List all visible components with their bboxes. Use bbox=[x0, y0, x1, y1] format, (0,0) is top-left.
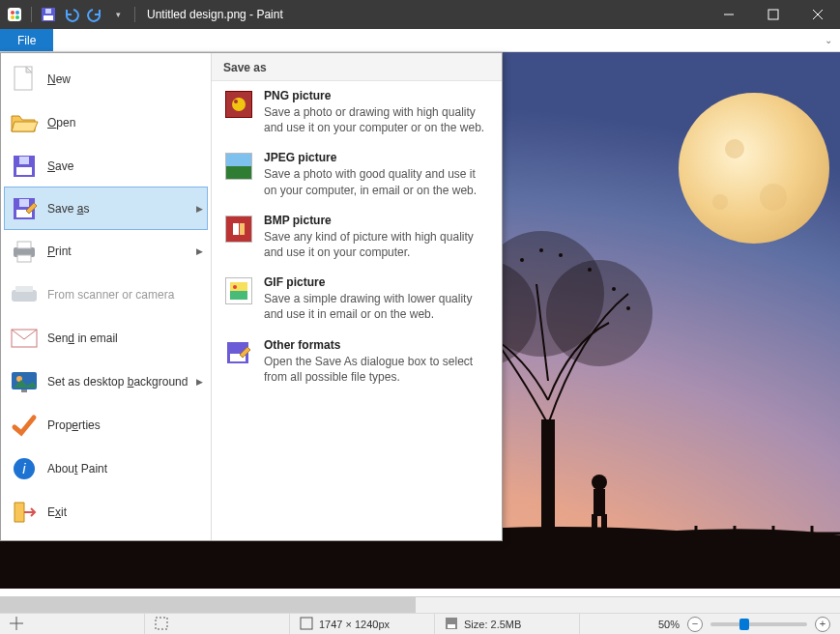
svg-rect-31 bbox=[594, 489, 605, 516]
file-menu-save-as[interactable]: Save as ▶ bbox=[4, 187, 208, 230]
file-menu-exit[interactable]: Exit bbox=[1, 490, 211, 533]
status-filesize: Size: 2.5MB bbox=[435, 614, 580, 634]
horizontal-scrollbar[interactable] bbox=[0, 596, 840, 613]
status-dimensions: 1747 × 1240px bbox=[290, 614, 435, 634]
zoom-slider[interactable] bbox=[710, 622, 807, 626]
save-as-png[interactable]: PNG picture Save a photo or drawing with… bbox=[212, 81, 502, 143]
save-as-bmp[interactable]: BMP picture Save any kind of picture wit… bbox=[212, 206, 502, 268]
svg-point-26 bbox=[559, 253, 563, 257]
save-as-header: Save as bbox=[212, 53, 502, 81]
svg-point-24 bbox=[520, 258, 524, 262]
svg-rect-69 bbox=[301, 618, 312, 629]
dimensions-icon bbox=[300, 617, 313, 632]
file-menu-send-email[interactable]: Send in email bbox=[1, 316, 211, 360]
other-formats-icon bbox=[223, 338, 254, 369]
zoom-in-button[interactable]: + bbox=[815, 617, 830, 632]
file-menu-new[interactable]: New bbox=[1, 57, 211, 101]
qat-save-icon[interactable] bbox=[38, 4, 59, 25]
desktop-background-icon bbox=[9, 366, 40, 397]
svg-point-58 bbox=[234, 100, 238, 103]
minimize-button[interactable] bbox=[707, 0, 751, 29]
cursor-position-icon bbox=[10, 617, 23, 632]
exit-icon bbox=[9, 497, 40, 528]
status-filesize-text: Size: 2.5MB bbox=[464, 619, 521, 630]
svg-point-16 bbox=[712, 194, 728, 210]
file-menu-open[interactable]: Open bbox=[1, 101, 211, 144]
paint-app-icon bbox=[4, 4, 25, 25]
file-menu-scanner: From scanner or camera bbox=[1, 273, 211, 316]
svg-rect-7 bbox=[45, 9, 51, 14]
svg-rect-71 bbox=[448, 624, 455, 628]
svg-point-14 bbox=[725, 139, 744, 158]
svg-rect-42 bbox=[19, 157, 29, 164]
file-menu-about[interactable]: i About Paint bbox=[1, 447, 211, 490]
svg-rect-0 bbox=[8, 8, 21, 21]
file-menu-properties[interactable]: Properties bbox=[1, 403, 211, 447]
svg-rect-62 bbox=[230, 291, 247, 300]
qat-undo-icon[interactable] bbox=[61, 4, 82, 25]
svg-point-30 bbox=[592, 475, 607, 490]
title-appname: Paint bbox=[256, 8, 282, 21]
save-as-icon bbox=[9, 193, 40, 224]
scrollbar-thumb[interactable] bbox=[0, 597, 416, 613]
file-tab[interactable]: File bbox=[0, 29, 53, 51]
close-button[interactable] bbox=[796, 0, 840, 29]
save-disk-icon bbox=[9, 151, 40, 182]
svg-rect-45 bbox=[19, 199, 29, 207]
properties-checkmark-icon bbox=[9, 410, 40, 441]
save-as-other-formats[interactable]: Other formats Open the Save As dialogue … bbox=[212, 331, 502, 392]
file-menu: New Open Save Save as ▶ Print ▶ From sca… bbox=[0, 52, 503, 541]
zoom-slider-thumb[interactable] bbox=[739, 619, 749, 630]
ribbon-tabs: File ⌄ bbox=[0, 29, 840, 52]
svg-point-3 bbox=[11, 15, 14, 19]
svg-rect-41 bbox=[16, 167, 32, 175]
status-bar: 1747 × 1240px Size: 2.5MB 50% − + bbox=[0, 613, 840, 634]
file-menu-print[interactable]: Print ▶ bbox=[1, 229, 211, 273]
file-menu-save-as-submenu: Save as PNG picture Save a photo or draw… bbox=[212, 53, 502, 540]
selection-size-icon bbox=[155, 617, 168, 632]
svg-point-4 bbox=[15, 15, 19, 19]
svg-point-57 bbox=[232, 98, 246, 111]
bmp-format-icon bbox=[223, 214, 254, 245]
zoom-out-button[interactable]: − bbox=[687, 617, 703, 632]
svg-rect-54 bbox=[21, 389, 27, 392]
svg-rect-59 bbox=[233, 223, 239, 235]
submenu-arrow-icon: ▶ bbox=[196, 204, 203, 214]
svg-rect-6 bbox=[43, 15, 53, 20]
file-menu-desktop-background[interactable]: Set as desktop background ▶ bbox=[1, 360, 211, 403]
qat-customize-icon[interactable]: ▾ bbox=[107, 4, 129, 25]
svg-rect-47 bbox=[17, 242, 31, 248]
ribbon-collapse-icon[interactable]: ⌄ bbox=[817, 29, 840, 51]
file-menu-left-column: New Open Save Save as ▶ Print ▶ From sca… bbox=[1, 53, 212, 540]
svg-rect-68 bbox=[156, 618, 167, 629]
svg-point-20 bbox=[546, 260, 652, 366]
jpeg-format-icon bbox=[223, 151, 254, 182]
svg-point-1 bbox=[11, 11, 14, 14]
svg-point-29 bbox=[626, 306, 630, 310]
svg-point-28 bbox=[612, 287, 616, 291]
svg-rect-33 bbox=[601, 514, 607, 532]
file-menu-save[interactable]: Save bbox=[1, 144, 211, 187]
printer-icon bbox=[9, 236, 40, 267]
svg-rect-32 bbox=[592, 514, 597, 532]
svg-point-25 bbox=[539, 248, 543, 252]
svg-rect-50 bbox=[15, 286, 33, 292]
status-dimensions-text: 1747 × 1240px bbox=[319, 619, 390, 630]
scanner-icon bbox=[9, 279, 40, 310]
svg-rect-60 bbox=[240, 223, 245, 235]
png-format-icon bbox=[223, 89, 254, 120]
qat-redo-icon[interactable] bbox=[84, 4, 105, 25]
svg-rect-48 bbox=[17, 255, 31, 262]
status-selection-size bbox=[145, 614, 290, 634]
svg-point-63 bbox=[233, 285, 237, 289]
svg-point-27 bbox=[588, 268, 592, 272]
submenu-arrow-icon: ▶ bbox=[196, 246, 203, 256]
info-icon: i bbox=[9, 453, 40, 484]
svg-rect-9 bbox=[768, 10, 778, 19]
save-as-jpeg[interactable]: JPEG picture Save a photo with good qual… bbox=[212, 143, 502, 205]
maximize-button[interactable] bbox=[751, 0, 796, 29]
email-icon bbox=[9, 323, 40, 354]
save-as-gif[interactable]: GIF picture Save a simple drawing with l… bbox=[212, 268, 502, 330]
submenu-arrow-icon: ▶ bbox=[196, 377, 203, 387]
svg-point-13 bbox=[679, 93, 829, 244]
